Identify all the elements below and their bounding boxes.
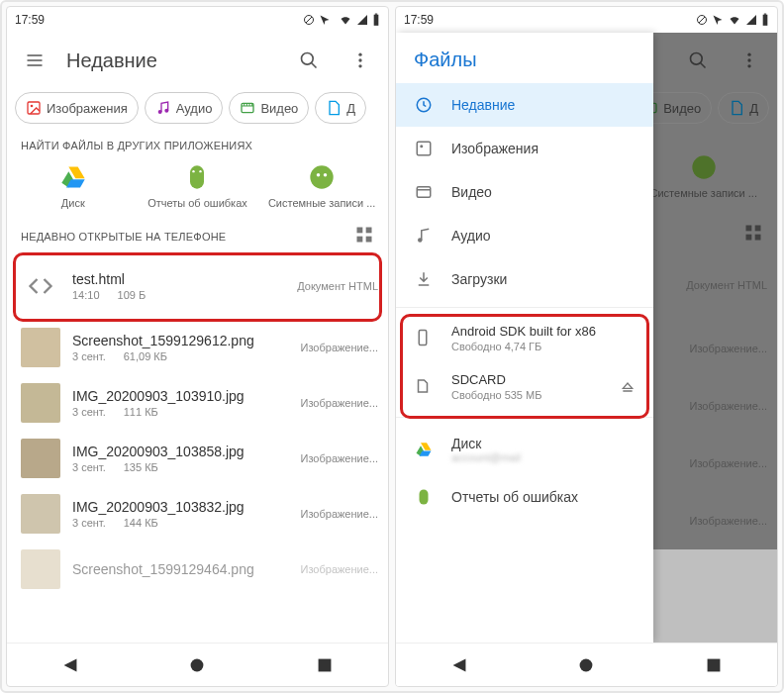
svg-point-16: [310, 165, 333, 188]
svg-point-17: [317, 173, 321, 177]
file-row[interactable]: Screenshot_1599129612.png3 сент.61,09 КБ…: [7, 320, 388, 375]
app-drive[interactable]: Диск: [12, 163, 135, 209]
storage-internal[interactable]: Android SDK built for x86Свободно 4,74 Г…: [396, 314, 653, 362]
eject-button[interactable]: [620, 379, 636, 395]
location-icon: [319, 14, 331, 26]
drawer-item-bugreport[interactable]: Отчеты об ошибках: [396, 475, 653, 519]
nav-recent-button[interactable]: [703, 654, 725, 676]
file-name: IMG_20200903_103858.jpg: [72, 444, 289, 459]
svg-rect-22: [366, 237, 372, 243]
wifi-icon: [339, 14, 352, 26]
file-row[interactable]: IMG_20200903_103910.jpg3 сент.111 КБ Изо…: [7, 375, 388, 431]
svg-rect-19: [357, 228, 363, 234]
app-label: Диск: [61, 197, 85, 209]
storage-free: Свободно 4,74 ГБ: [451, 341, 636, 352]
svg-rect-3: [375, 14, 377, 15]
app-syslogs[interactable]: Системные записи ...: [260, 163, 383, 209]
nav-bar: [7, 643, 388, 686]
drawer-label: Отчеты об ошибках: [451, 489, 578, 505]
nav-home-button[interactable]: [575, 654, 597, 676]
music-icon: [414, 226, 434, 246]
phone-left: 17:59 Недавние Изображения Аудио Видео Д…: [6, 6, 389, 687]
nav-drawer: Файлы Недавние Изображения Видео Аудио З…: [396, 33, 653, 643]
thumbnail-icon: [21, 383, 60, 423]
search-button[interactable]: [289, 41, 329, 80]
svg-point-15: [200, 170, 202, 172]
download-icon: [414, 269, 434, 289]
svg-rect-43: [417, 187, 431, 198]
file-time: 3 сент.: [72, 350, 106, 362]
storage-sdcard[interactable]: SDCARDСвободно 535 МБ: [396, 362, 653, 411]
drawer-item-audio[interactable]: Аудио: [396, 214, 653, 257]
svg-rect-20: [366, 228, 372, 234]
phone-icon: [414, 329, 434, 348]
view-toggle-button[interactable]: [354, 225, 378, 248]
nav-back-button[interactable]: [59, 654, 81, 676]
file-size: 61,09 КБ: [124, 350, 167, 362]
storage-title: Android SDK built for x86: [451, 324, 636, 339]
chip-label: Изображения: [47, 101, 128, 116]
section-find-apps: НАЙТИ ФАЙЛЫ В ДРУГИХ ПРИЛОЖЕНИЯХ: [7, 134, 388, 157]
drawer-label: Загрузки: [451, 271, 507, 287]
app-label: Отчеты об ошибках: [147, 197, 247, 209]
drawer-label: Диск: [451, 436, 521, 451]
svg-point-8: [358, 64, 361, 67]
file-size: 135 КБ: [124, 461, 158, 473]
drive-icon: [414, 440, 434, 459]
drawer-label: Видео: [451, 184, 492, 200]
music-icon: [155, 100, 171, 116]
apps-row: Диск Отчеты об ошибках Системные записи …: [7, 157, 388, 221]
nav-recent-button[interactable]: [314, 654, 336, 676]
file-time: 3 сент.: [72, 461, 106, 473]
svg-point-46: [580, 658, 593, 671]
file-type: Изображение...: [301, 563, 378, 575]
file-name: Screenshot_1599129464.png: [72, 561, 289, 577]
drawer-item-downloads[interactable]: Загрузки: [396, 257, 653, 301]
chip-docs[interactable]: Д: [315, 92, 366, 124]
svg-point-12: [164, 109, 168, 113]
chip-images[interactable]: Изображения: [15, 92, 139, 124]
drawer-label: Изображения: [451, 141, 539, 156]
doc-icon: [326, 100, 342, 116]
file-type: Документ HTML: [297, 280, 378, 292]
chip-video[interactable]: Видео: [229, 92, 309, 124]
chip-label: Д: [346, 101, 355, 116]
svg-rect-41: [417, 142, 431, 155]
svg-rect-24: [318, 658, 331, 671]
file-time: 3 сент.: [72, 406, 106, 418]
signal-icon: [356, 14, 368, 26]
nav-home-button[interactable]: [186, 654, 208, 676]
drawer-item-images[interactable]: Изображения: [396, 127, 653, 170]
drawer-item-video[interactable]: Видео: [396, 170, 653, 214]
menu-button[interactable]: [15, 41, 54, 80]
svg-rect-21: [357, 237, 363, 243]
drawer-item-recent[interactable]: Недавние: [396, 83, 653, 127]
clock-icon: [414, 95, 434, 115]
drawer-item-drive[interactable]: Дискaccount@mail: [396, 424, 653, 475]
svg-point-7: [358, 58, 361, 61]
nav-back-button[interactable]: [448, 654, 470, 676]
app-bugreport[interactable]: Отчеты об ошибках: [136, 163, 258, 209]
sd-icon: [414, 377, 434, 397]
file-type: Изображение...: [301, 452, 378, 464]
chip-label: Видео: [260, 101, 298, 116]
no-sim-icon: [303, 14, 315, 26]
file-row[interactable]: IMG_20200903_103858.jpg3 сент.135 КБ Изо…: [7, 431, 388, 486]
file-type: Изображение...: [301, 397, 378, 409]
file-type: Изображение...: [301, 508, 378, 520]
chip-audio[interactable]: Аудио: [145, 92, 224, 124]
section-recent-header: НЕДАВНО ОТКРЫТЫЕ НА ТЕЛЕФОНЕ: [7, 221, 388, 252]
file-name: Screenshot_1599129612.png: [72, 333, 289, 348]
video-icon: [240, 100, 255, 116]
file-row[interactable]: IMG_20200903_103832.jpg3 сент.144 КБ Изо…: [7, 486, 388, 542]
image-icon: [26, 100, 42, 116]
svg-rect-9: [28, 102, 40, 114]
file-row[interactable]: Screenshot_1599129464.png Изображение...: [7, 542, 388, 597]
svg-point-10: [31, 105, 34, 108]
app-bar: Недавние: [7, 33, 388, 88]
more-button[interactable]: [341, 41, 380, 80]
video-icon: [414, 182, 434, 202]
file-row[interactable]: test.html 14:10109 Б Документ HTML: [7, 252, 388, 320]
status-time: 17:59: [15, 13, 45, 27]
image-icon: [414, 139, 434, 158]
